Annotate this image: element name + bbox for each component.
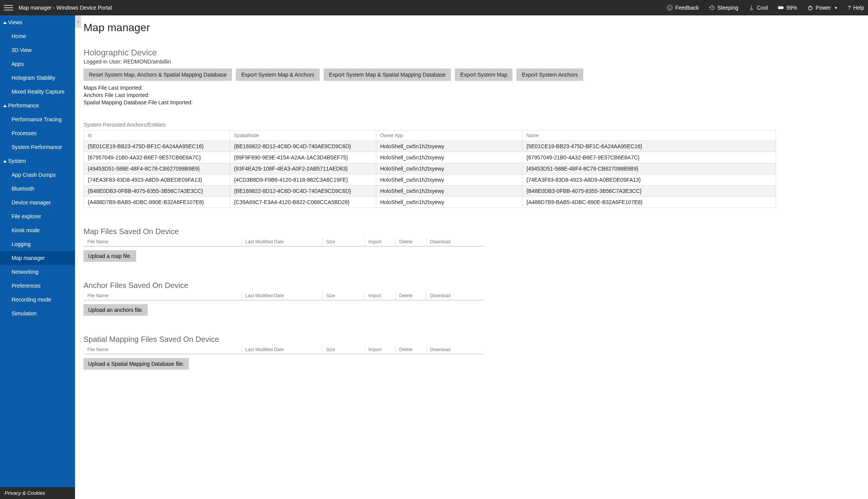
logged-in-prefix: Logged-in User: (83, 59, 124, 65)
cell-owner: HoloShell_cw5n1h2txyewy (376, 186, 522, 197)
col-id: Id (84, 131, 230, 141)
anchors-section-heading: System Persisted Anchors/Entities (83, 122, 868, 128)
sidebar-item-app-crash-dumps[interactable]: App Crash Dumps (0, 168, 75, 182)
svg-point-1 (669, 7, 669, 7)
col-spatial: SpatialNode (230, 131, 376, 141)
sidebar: ‹ ViewsHome3D ViewAppsHologram Stability… (0, 15, 75, 499)
sidebar-item-networking[interactable]: Networking (0, 265, 75, 279)
col-owner: Owner App (376, 131, 522, 141)
cell-name: {B48E0DB3-0FBB-4075-8355-3B56C7A3E3CC} (522, 186, 776, 197)
question-icon: ? (848, 5, 851, 11)
table-row: {74EA3F83-83D8-4923-A8D9-A0BEDE09FA13}{4… (84, 174, 776, 186)
sidebar-item-recording-mode[interactable]: Recording mode (0, 293, 75, 306)
smiley-icon (667, 5, 673, 11)
cell-id: {74EA3F83-83D8-4923-A8D9-A0BEDE09FA13} (84, 174, 230, 186)
power-icon (807, 5, 813, 11)
cell-id: {67957049-21B0-4A32-B6E7-9E57CB6E8A7C} (84, 152, 230, 163)
col-fname: File Name (83, 291, 241, 300)
privacy-cookies-link[interactable]: Privacy & Cookies (0, 487, 75, 499)
anchors-last-imported: Anchors File Last Imported: (83, 92, 868, 98)
col-delete: Delete (395, 238, 426, 246)
caret-up-icon (3, 160, 7, 162)
reset-button[interactable]: Reset System Map, Anchors & Spatial Mapp… (83, 69, 232, 81)
logged-in-user: Logged-in User: REDMOND/ambillin (83, 59, 868, 65)
sidebar-item-apps[interactable]: Apps (0, 57, 75, 71)
sidebar-section-views[interactable]: Views (0, 15, 75, 29)
cell-name: {67957049-21B0-4A32-B6E7-9E57CB6E8A7C} (522, 152, 776, 163)
sidebar-item-performance-tracing[interactable]: Performance Tracing (0, 112, 75, 126)
col-lmd: Last Modified Date (241, 345, 322, 354)
upload-map-button[interactable]: Upload a map file. (83, 250, 136, 262)
sidebar-item-3d-view[interactable]: 3D View (0, 43, 75, 57)
export-map-button[interactable]: Export System Map (455, 69, 512, 81)
sleeping-status[interactable]: Sleeping (709, 5, 738, 11)
anchor-files-table: File Name Last Modified Date Size Import… (83, 291, 484, 300)
cell-owner: HoloShell_cw5n1h2txyewy (376, 174, 522, 186)
sidebar-item-simulation[interactable]: Simulation (0, 306, 75, 320)
cell-spatial: {99F9F690-9E9E-4154-A2AA-1AC3D4B5EF75} (230, 152, 376, 163)
col-size: Size (322, 238, 364, 246)
sidebar-section-performance[interactable]: Performance (0, 99, 75, 112)
col-import: Import (364, 291, 395, 300)
sidebar-item-file-explorer[interactable]: File explorer (0, 209, 75, 223)
cool-label: Cool (757, 5, 768, 11)
sidebar-item-mixed-reality-capture[interactable]: Mixed Reality Capture (0, 85, 75, 99)
svg-point-2 (671, 7, 671, 7)
col-size: Size (322, 345, 364, 354)
maps-last-imported: Maps File Last Imported: (83, 85, 868, 91)
sidebar-item-bluetooth[interactable]: Bluetooth (0, 182, 75, 196)
upload-anchors-button[interactable]: Upload an anchors file. (83, 304, 148, 316)
cell-spatial: {BE169822-8D12-4C6D-9C4D-740AE9CD9C6D} (230, 141, 376, 152)
col-lmd: Last Modified Date (241, 291, 322, 300)
upload-smdb-button[interactable]: Upload a Spatial Mapping Database file. (83, 358, 189, 370)
table-row: {67957049-21B0-4A32-B6E7-9E57CB6E8A7C}{9… (84, 152, 776, 163)
col-download: Download (426, 291, 484, 300)
export-anchors-button[interactable]: Export System Anchors (516, 69, 583, 81)
export-map-smdb-button[interactable]: Export System Map & Spatial Mapping Data… (324, 69, 451, 81)
feedback-button[interactable]: Feedback (667, 5, 699, 11)
cell-spatial: {BE169822-8D12-4C6D-9C4D-740AE9CD9C6D} (230, 186, 376, 197)
sidebar-item-preferences[interactable]: Preferences (0, 279, 75, 293)
col-delete: Delete (395, 291, 426, 300)
col-fname: File Name (83, 345, 241, 354)
power-label: Power (816, 5, 831, 11)
menu-icon[interactable] (4, 3, 13, 12)
power-menu[interactable]: Power ▼ (807, 5, 838, 11)
cell-name: {5E01CE19-BB23-475D-BF1C-6A24AA95EC16} (522, 141, 776, 152)
export-map-anchors-button[interactable]: Export System Map & Anchors (236, 69, 320, 81)
col-fname: File Name (83, 238, 241, 246)
map-files-table: File Name Last Modified Date Size Import… (83, 238, 484, 246)
help-button[interactable]: ? Help (848, 5, 864, 11)
sidebar-item-processes[interactable]: Processes (0, 126, 75, 140)
sidebar-item-hologram-stability[interactable]: Hologram Stability (0, 71, 75, 85)
anchors-table: Id SpatialNode Owner App Name {5E01CE19-… (83, 130, 776, 208)
table-row: {49453D51-588E-48F4-8C78-CB627098B9B9}{9… (84, 163, 776, 174)
history-icon (709, 5, 715, 11)
cell-owner: HoloShell_cw5n1h2txyewy (376, 141, 522, 152)
battery-status[interactable]: 99% (778, 5, 797, 11)
sidebar-item-kiosk-mode[interactable]: Kiosk mode (0, 223, 75, 237)
cell-name: {A488D7B9-BAB5-4DBC-890E-B32A6FE107E8} (522, 197, 776, 208)
svg-point-4 (750, 8, 752, 10)
sidebar-item-device-manager[interactable]: Device manager (0, 196, 75, 209)
sidebar-item-map-manager[interactable]: Map manager (0, 251, 75, 265)
sidebar-item-home[interactable]: Home (0, 29, 75, 43)
svg-point-0 (668, 5, 673, 10)
caret-up-icon (3, 105, 7, 107)
battery-icon (778, 5, 784, 11)
col-download: Download (426, 238, 484, 246)
chevron-down-icon: ▼ (834, 6, 838, 10)
col-delete: Delete (395, 345, 426, 354)
smdb-last-imported: Spatial Mapping Database File Last Impor… (83, 99, 868, 105)
battery-label: 99% (786, 5, 797, 11)
sidebar-item-logging[interactable]: Logging (0, 237, 75, 251)
sidebar-section-system[interactable]: System (0, 154, 75, 168)
cell-name: {49453D51-588E-48F4-8C78-CB627098B9B9} (522, 163, 776, 174)
temperature-status[interactable]: Cool (748, 5, 768, 11)
sidebar-scroll[interactable]: ViewsHome3D ViewAppsHologram StabilityMi… (0, 15, 75, 487)
svg-rect-6 (778, 7, 782, 9)
holographic-device-heading: Holographic Device (83, 48, 868, 58)
col-import: Import (364, 238, 395, 246)
sidebar-item-system-performance[interactable]: System Performance (0, 140, 75, 154)
cell-owner: HoloShell_cw5n1h2txyewy (376, 197, 522, 208)
